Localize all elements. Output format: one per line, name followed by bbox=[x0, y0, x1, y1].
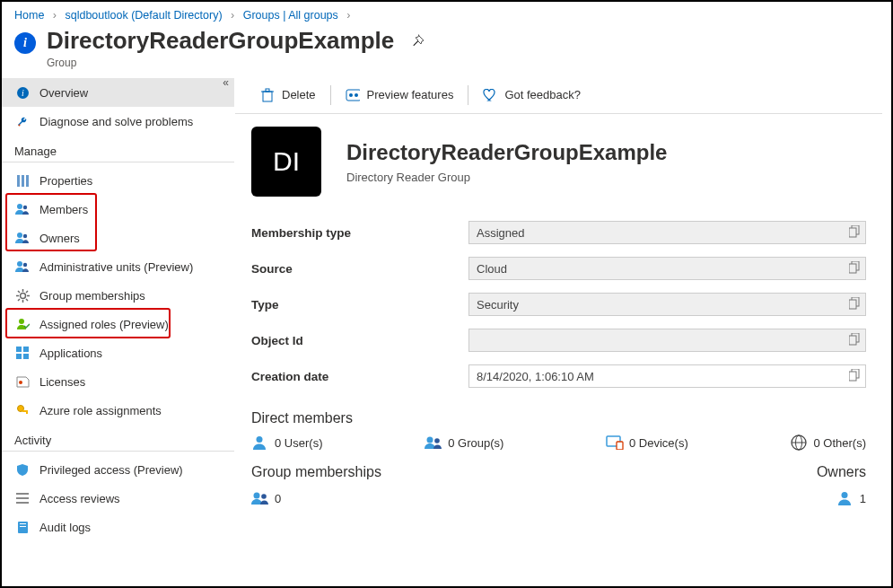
svg-rect-33 bbox=[18, 522, 28, 533]
prop-text: Security bbox=[477, 298, 519, 312]
sidebar: « i Overview Diagnose and solve problems… bbox=[2, 76, 235, 579]
sidebar-item-label: Overview bbox=[39, 86, 88, 100]
svg-point-61 bbox=[261, 494, 267, 499]
sidebar-item-access-reviews[interactable]: Access reviews bbox=[2, 484, 234, 513]
stat-owners[interactable]: 1 bbox=[817, 489, 866, 507]
stat-label: Device(s) bbox=[639, 436, 688, 450]
copy-icon[interactable] bbox=[849, 333, 860, 346]
svg-point-9 bbox=[23, 234, 27, 238]
sidebar-item-admin-units[interactable]: Administrative units (Preview) bbox=[2, 252, 234, 281]
prop-value-type[interactable]: Security bbox=[468, 293, 866, 316]
svg-rect-45 bbox=[849, 264, 856, 273]
prop-value-source[interactable]: Cloud bbox=[468, 257, 866, 280]
pin-icon[interactable] bbox=[410, 34, 425, 48]
entity-header: DI DirectoryReaderGroupExample Directory… bbox=[235, 114, 882, 202]
stat-users[interactable]: 0 User(s) bbox=[251, 434, 322, 452]
sidebar-item-audit-logs[interactable]: Audit logs bbox=[2, 513, 234, 541]
stat-groups[interactable]: 0 Group(s) bbox=[425, 434, 503, 452]
person-icon bbox=[836, 489, 854, 507]
key-icon bbox=[14, 402, 31, 418]
sidebar-item-assigned-roles[interactable]: Assigned roles (Preview) bbox=[2, 310, 234, 338]
svg-point-8 bbox=[17, 233, 22, 238]
breadcrumb-directory[interactable]: sqldboutlook (Default Directory) bbox=[65, 9, 222, 22]
stat-count: 0 bbox=[629, 436, 635, 450]
svg-rect-36 bbox=[263, 92, 272, 101]
sidebar-item-label: Assigned roles (Preview) bbox=[39, 318, 169, 331]
sidebar-item-licenses[interactable]: Licenses bbox=[2, 367, 234, 396]
svg-rect-47 bbox=[849, 300, 856, 309]
chevron-right-icon: › bbox=[225, 9, 240, 22]
sidebar-section-manage: Manage bbox=[2, 136, 234, 162]
person-check-icon bbox=[14, 316, 31, 332]
svg-point-60 bbox=[254, 493, 260, 499]
svg-point-52 bbox=[257, 436, 263, 443]
owners-heading: Owners bbox=[817, 464, 866, 480]
collapse-sidebar-icon[interactable]: « bbox=[223, 76, 229, 89]
prop-value-object-id[interactable] bbox=[468, 329, 866, 352]
people-icon bbox=[14, 230, 31, 246]
book-icon bbox=[14, 519, 31, 535]
toolbar-separator bbox=[468, 85, 468, 105]
device-icon bbox=[606, 434, 624, 452]
sidebar-item-privileged-access[interactable]: Privileged access (Preview) bbox=[2, 455, 234, 484]
page-title: DirectoryReaderGroupExample bbox=[47, 27, 394, 55]
stat-count: 0 bbox=[813, 436, 819, 450]
prop-value-membership-type[interactable]: Assigned bbox=[468, 221, 866, 244]
sidebar-item-azure-roles[interactable]: Azure role assignments bbox=[2, 396, 234, 425]
stat-count: 0 bbox=[275, 436, 281, 450]
copy-icon[interactable] bbox=[849, 369, 860, 382]
stat-group-memberships[interactable]: 0 bbox=[251, 489, 381, 507]
prop-text: 8/14/2020, 1:06:10 AM bbox=[477, 370, 594, 383]
sidebar-item-owners[interactable]: Owners bbox=[2, 224, 234, 252]
svg-point-2 bbox=[18, 124, 20, 126]
sidebar-section-activity: Activity bbox=[2, 425, 234, 452]
svg-point-12 bbox=[20, 293, 25, 298]
svg-point-62 bbox=[841, 492, 847, 498]
preview-features-button[interactable]: Preview features bbox=[337, 82, 463, 109]
stat-label: User(s) bbox=[285, 436, 323, 450]
sidebar-item-label: Group memberships bbox=[39, 289, 145, 303]
info-icon: i bbox=[14, 32, 36, 54]
svg-point-54 bbox=[434, 438, 440, 443]
feedback-button[interactable]: Got feedback? bbox=[474, 82, 590, 109]
sidebar-item-overview[interactable]: i Overview bbox=[2, 78, 234, 107]
button-label: Got feedback? bbox=[504, 88, 581, 101]
sidebar-item-applications[interactable]: Applications bbox=[2, 338, 234, 367]
copy-icon[interactable] bbox=[849, 225, 860, 238]
people-icon bbox=[14, 201, 31, 217]
list-icon bbox=[14, 490, 31, 506]
properties-panel: Membership type Assigned Source Cloud Ty… bbox=[235, 202, 882, 394]
breadcrumb-home[interactable]: Home bbox=[14, 9, 44, 22]
stat-label: Other(s) bbox=[823, 436, 866, 450]
sidebar-item-label: Administrative units (Preview) bbox=[39, 260, 193, 274]
copy-icon[interactable] bbox=[849, 297, 860, 310]
sidebar-item-properties[interactable]: Properties bbox=[2, 166, 234, 195]
svg-point-11 bbox=[23, 263, 27, 267]
wrench-icon bbox=[14, 113, 31, 129]
sidebar-item-members[interactable]: Members bbox=[2, 195, 234, 224]
sidebar-item-label: Properties bbox=[39, 174, 92, 188]
prop-text: Assigned bbox=[477, 226, 524, 240]
sidebar-item-group-memberships[interactable]: Group memberships bbox=[2, 281, 234, 310]
svg-rect-25 bbox=[23, 354, 29, 359]
svg-point-53 bbox=[427, 437, 433, 443]
license-icon bbox=[14, 373, 31, 390]
svg-rect-5 bbox=[26, 175, 29, 187]
stat-others[interactable]: 0 Other(s) bbox=[790, 434, 866, 452]
svg-rect-51 bbox=[849, 372, 856, 381]
stat-devices[interactable]: 0 Device(s) bbox=[606, 434, 688, 452]
group-memberships-heading: Group memberships bbox=[251, 464, 381, 480]
svg-rect-56 bbox=[617, 442, 623, 450]
prop-label-type: Type bbox=[251, 298, 468, 312]
page-subtitle: Group bbox=[47, 57, 394, 69]
globe-icon bbox=[790, 434, 808, 452]
preview-icon bbox=[346, 88, 360, 102]
sidebar-item-diagnose[interactable]: Diagnose and solve problems bbox=[2, 107, 234, 136]
svg-rect-38 bbox=[266, 89, 269, 92]
person-icon bbox=[251, 434, 269, 452]
breadcrumb-groups[interactable]: Groups | All groups bbox=[243, 9, 338, 22]
prop-value-creation-date[interactable]: 8/14/2020, 1:06:10 AM bbox=[468, 364, 866, 388]
copy-icon[interactable] bbox=[849, 261, 860, 274]
delete-button[interactable]: Delete bbox=[251, 82, 325, 109]
chevron-right-icon: › bbox=[341, 9, 355, 22]
